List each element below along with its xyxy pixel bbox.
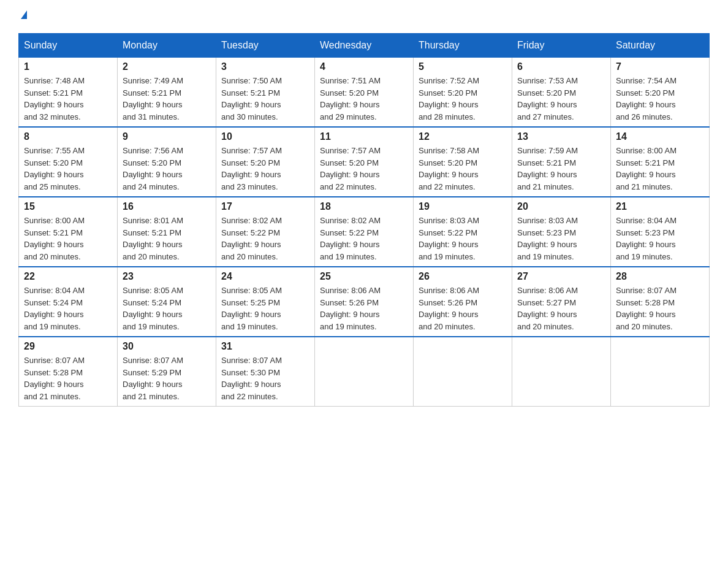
day-number: 27 [517,271,605,282]
calendar-cell: 17 Sunrise: 8:02 AMSunset: 5:22 PMDaylig… [216,197,315,267]
day-info: Sunrise: 8:04 AMSunset: 5:23 PMDaylight:… [616,215,704,262]
day-number: 9 [123,131,211,142]
calendar-cell: 24 Sunrise: 8:05 AMSunset: 5:25 PMDaylig… [216,267,315,337]
calendar-cell: 3 Sunrise: 7:50 AMSunset: 5:21 PMDayligh… [216,58,315,128]
day-number: 15 [24,201,112,212]
calendar-cell: 28 Sunrise: 8:07 AMSunset: 5:28 PMDaylig… [611,267,710,337]
day-info: Sunrise: 8:07 AMSunset: 5:30 PMDaylight:… [221,354,309,402]
calendar-cell: 8 Sunrise: 7:55 AMSunset: 5:20 PMDayligh… [19,127,118,197]
day-info: Sunrise: 8:06 AMSunset: 5:27 PMDaylight:… [517,285,605,332]
day-number: 4 [320,61,408,72]
calendar-cell: 22 Sunrise: 8:04 AMSunset: 5:24 PMDaylig… [19,267,118,337]
day-info: Sunrise: 8:02 AMSunset: 5:22 PMDaylight:… [221,215,309,262]
calendar-cell: 9 Sunrise: 7:56 AMSunset: 5:20 PMDayligh… [118,127,216,197]
day-info: Sunrise: 7:52 AMSunset: 5:20 PMDaylight:… [419,75,507,123]
calendar-cell: 14 Sunrise: 8:00 AMSunset: 5:21 PMDaylig… [611,127,710,197]
day-info: Sunrise: 7:58 AMSunset: 5:20 PMDaylight:… [419,145,507,193]
calendar-week-row: 29 Sunrise: 8:07 AMSunset: 5:28 PMDaylig… [19,337,710,407]
day-number: 7 [616,61,704,72]
day-number: 28 [616,271,704,282]
calendar-cell [414,337,512,407]
day-info: Sunrise: 7:48 AMSunset: 5:21 PMDaylight:… [24,75,112,123]
day-number: 20 [517,201,605,212]
calendar-cell: 2 Sunrise: 7:49 AMSunset: 5:21 PMDayligh… [118,58,216,128]
column-header-sunday: Sunday [19,34,118,58]
calendar-cell: 23 Sunrise: 8:05 AMSunset: 5:24 PMDaylig… [118,267,216,337]
page-header [18,12,710,21]
day-number: 30 [123,341,211,352]
calendar-week-row: 1 Sunrise: 7:48 AMSunset: 5:21 PMDayligh… [19,58,710,128]
day-info: Sunrise: 8:03 AMSunset: 5:23 PMDaylight:… [517,215,605,262]
calendar-cell: 19 Sunrise: 8:03 AMSunset: 5:22 PMDaylig… [414,197,512,267]
calendar-cell: 6 Sunrise: 7:53 AMSunset: 5:20 PMDayligh… [512,58,611,128]
day-number: 17 [221,201,309,212]
calendar-header-row: SundayMondayTuesdayWednesdayThursdayFrid… [19,34,710,58]
day-number: 1 [24,61,112,72]
day-number: 13 [517,131,605,142]
day-number: 3 [221,61,309,72]
calendar-cell: 29 Sunrise: 8:07 AMSunset: 5:28 PMDaylig… [19,337,118,407]
calendar-cell: 4 Sunrise: 7:51 AMSunset: 5:20 PMDayligh… [315,58,414,128]
day-info: Sunrise: 8:04 AMSunset: 5:24 PMDaylight:… [24,285,112,332]
day-number: 24 [221,271,309,282]
day-info: Sunrise: 8:06 AMSunset: 5:26 PMDaylight:… [419,285,507,332]
day-info: Sunrise: 8:02 AMSunset: 5:22 PMDaylight:… [320,215,408,262]
calendar-cell: 5 Sunrise: 7:52 AMSunset: 5:20 PMDayligh… [414,58,512,128]
day-info: Sunrise: 8:07 AMSunset: 5:28 PMDaylight:… [616,285,704,332]
day-number: 14 [616,131,704,142]
day-info: Sunrise: 7:53 AMSunset: 5:20 PMDaylight:… [517,75,605,123]
day-number: 23 [123,271,211,282]
column-header-thursday: Thursday [414,34,512,58]
column-header-tuesday: Tuesday [216,34,315,58]
day-info: Sunrise: 8:07 AMSunset: 5:28 PMDaylight:… [24,354,112,402]
calendar-cell [611,337,710,407]
logo [18,12,27,21]
day-number: 2 [123,61,211,72]
day-info: Sunrise: 7:59 AMSunset: 5:21 PMDaylight:… [517,145,605,193]
day-number: 12 [419,131,507,142]
column-header-wednesday: Wednesday [315,34,414,58]
day-info: Sunrise: 7:57 AMSunset: 5:20 PMDaylight:… [320,145,408,193]
day-info: Sunrise: 7:50 AMSunset: 5:21 PMDaylight:… [221,75,309,123]
day-number: 11 [320,131,408,142]
calendar-week-row: 22 Sunrise: 8:04 AMSunset: 5:24 PMDaylig… [19,267,710,337]
calendar-cell: 11 Sunrise: 7:57 AMSunset: 5:20 PMDaylig… [315,127,414,197]
calendar-cell: 13 Sunrise: 7:59 AMSunset: 5:21 PMDaylig… [512,127,611,197]
calendar-week-row: 15 Sunrise: 8:00 AMSunset: 5:21 PMDaylig… [19,197,710,267]
calendar-cell: 7 Sunrise: 7:54 AMSunset: 5:20 PMDayligh… [611,58,710,128]
day-number: 6 [517,61,605,72]
column-header-friday: Friday [512,34,611,58]
calendar-cell: 21 Sunrise: 8:04 AMSunset: 5:23 PMDaylig… [611,197,710,267]
logo-triangle-icon [21,10,27,19]
calendar-cell: 1 Sunrise: 7:48 AMSunset: 5:21 PMDayligh… [19,58,118,128]
day-number: 8 [24,131,112,142]
day-number: 29 [24,341,112,352]
day-info: Sunrise: 8:06 AMSunset: 5:26 PMDaylight:… [320,285,408,332]
calendar-cell: 20 Sunrise: 8:03 AMSunset: 5:23 PMDaylig… [512,197,611,267]
column-header-monday: Monday [118,34,216,58]
day-info: Sunrise: 7:49 AMSunset: 5:21 PMDaylight:… [123,75,211,123]
day-number: 25 [320,271,408,282]
column-header-saturday: Saturday [611,34,710,58]
day-number: 5 [419,61,507,72]
calendar-cell: 27 Sunrise: 8:06 AMSunset: 5:27 PMDaylig… [512,267,611,337]
day-number: 31 [221,341,309,352]
calendar-week-row: 8 Sunrise: 7:55 AMSunset: 5:20 PMDayligh… [19,127,710,197]
calendar-cell: 26 Sunrise: 8:06 AMSunset: 5:26 PMDaylig… [414,267,512,337]
calendar-cell [315,337,414,407]
day-number: 22 [24,271,112,282]
calendar-cell: 25 Sunrise: 8:06 AMSunset: 5:26 PMDaylig… [315,267,414,337]
day-info: Sunrise: 7:55 AMSunset: 5:20 PMDaylight:… [24,145,112,193]
day-number: 26 [419,271,507,282]
day-info: Sunrise: 8:00 AMSunset: 5:21 PMDaylight:… [24,215,112,262]
calendar-cell: 30 Sunrise: 8:07 AMSunset: 5:29 PMDaylig… [118,337,216,407]
day-info: Sunrise: 8:00 AMSunset: 5:21 PMDaylight:… [616,145,704,193]
day-number: 21 [616,201,704,212]
calendar-cell: 16 Sunrise: 8:01 AMSunset: 5:21 PMDaylig… [118,197,216,267]
day-info: Sunrise: 7:57 AMSunset: 5:20 PMDaylight:… [221,145,309,193]
day-info: Sunrise: 8:03 AMSunset: 5:22 PMDaylight:… [419,215,507,262]
day-info: Sunrise: 8:07 AMSunset: 5:29 PMDaylight:… [123,354,211,402]
calendar-table: SundayMondayTuesdayWednesdayThursdayFrid… [18,33,710,407]
day-number: 19 [419,201,507,212]
day-number: 16 [123,201,211,212]
